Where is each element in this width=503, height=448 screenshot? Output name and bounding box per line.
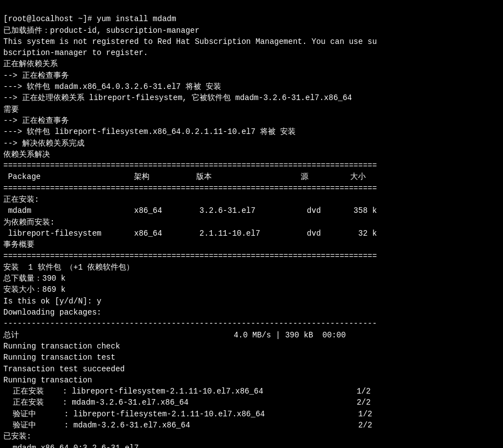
terminal-line: mdadm.x86_64 0:3.2.6-31.el7	[3, 442, 500, 448]
terminal-line: --> 正在检查事务	[3, 70, 500, 81]
terminal-window: [root@localhost ~]# yum install mdadm已加载…	[0, 0, 503, 448]
terminal-line: 安装 1 软件包 （+1 依赖软件包）	[3, 262, 500, 273]
terminal-line: 总计 4.0 MB/s | 390 kB 00:00	[3, 330, 500, 341]
terminal-line: Running transaction test	[3, 352, 500, 363]
terminal-line: Downloading packages:	[3, 307, 500, 318]
terminal-line: bscription-manager to register.	[3, 47, 500, 58]
terminal-line: ----------------------------------------…	[3, 318, 500, 329]
terminal-line: 依赖关系解决	[3, 149, 500, 160]
terminal-line: Running transaction check	[3, 341, 500, 352]
terminal-line: 验证中 : libreport-filesystem-2.1.11-10.el7…	[3, 409, 500, 420]
terminal-line: --> 解决依赖关系完成	[3, 138, 500, 149]
terminal-line: 总下载量：390 k	[3, 273, 500, 284]
terminal-line: 正在安装 : libreport-filesystem-2.1.11-10.el…	[3, 386, 500, 397]
terminal-line: 需要	[3, 104, 500, 115]
terminal-line: Is this ok [y/d/N]: y	[3, 296, 500, 307]
terminal-line: 正在安装 : mdadm-3.2.6-31.el7.x86_64 2/2	[3, 397, 500, 408]
terminal-line: 正在安装:	[3, 194, 500, 205]
terminal-line: libreport-filesystem x86_64 2.1.11-10.el…	[3, 228, 500, 239]
terminal-line: --> 正在检查事务	[3, 115, 500, 126]
terminal-line: ========================================…	[3, 160, 500, 171]
terminal-line: 安装大小：869 k	[3, 284, 500, 295]
terminal-line: Running transaction	[3, 375, 500, 386]
terminal-line: mdadm x86_64 3.2.6-31.el7 dvd 358 k	[3, 205, 500, 216]
terminal-line: 验证中 : mdadm-3.2.6-31.el7.x86_64 2/2	[3, 420, 500, 431]
terminal-line: 正在解依赖关系	[3, 58, 500, 69]
terminal-line: 已加载插件：product-id, subscription-manager	[3, 25, 500, 36]
terminal-line: ========================================…	[3, 183, 500, 194]
terminal-line: ---> 软件包 libreport-filesystem.x86_64.0.2…	[3, 126, 500, 137]
terminal-line: ========================================…	[3, 251, 500, 262]
terminal-line: [root@localhost ~]# yum install mdadm	[3, 13, 500, 24]
terminal-line: 为依赖而安装:	[3, 217, 500, 228]
terminal-line: Package 架构 版本 源 大小	[3, 171, 500, 182]
terminal-line: --> 正在处理依赖关系 libreport-filesystem, 它被软件包…	[3, 92, 500, 103]
terminal-line: This system is not registered to Red Hat…	[3, 36, 500, 47]
terminal-line: 已安装:	[3, 431, 500, 442]
terminal-line: 事务概要	[3, 239, 500, 250]
terminal-line: Transaction test succeeded	[3, 364, 500, 375]
terminal-line: ---> 软件包 mdadm.x86_64.0.3.2.6-31.el7 将被 …	[3, 81, 500, 92]
